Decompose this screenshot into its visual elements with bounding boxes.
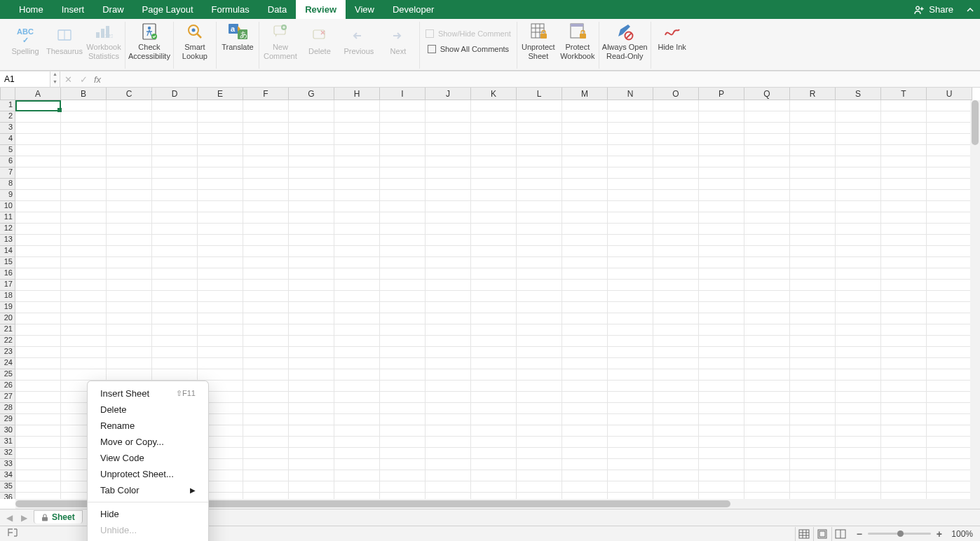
cell[interactable]	[61, 291, 107, 302]
cell[interactable]	[653, 313, 699, 324]
cell[interactable]	[653, 437, 699, 448]
cell[interactable]	[881, 392, 927, 403]
cell[interactable]	[334, 313, 380, 324]
cell[interactable]	[790, 179, 836, 190]
cell[interactable]	[380, 302, 426, 313]
cell[interactable]	[61, 246, 107, 257]
cell[interactable]	[608, 291, 653, 302]
cell[interactable]	[790, 414, 836, 425]
row-header[interactable]: 18	[0, 291, 15, 302]
cell[interactable]	[471, 313, 517, 324]
cell[interactable]	[198, 134, 243, 145]
cell[interactable]	[152, 145, 198, 156]
cell[interactable]	[426, 403, 471, 414]
cell[interactable]	[836, 111, 881, 123]
cell[interactable]	[608, 123, 653, 134]
cell[interactable]	[426, 369, 471, 381]
cell[interactable]	[198, 358, 243, 369]
cell[interactable]	[517, 167, 562, 179]
column-header[interactable]: Q	[744, 88, 790, 100]
cell[interactable]	[426, 280, 471, 291]
cell[interactable]	[243, 425, 289, 437]
cell[interactable]	[836, 268, 881, 280]
cell[interactable]	[744, 291, 790, 302]
cell[interactable]	[927, 358, 972, 369]
cell[interactable]	[471, 437, 517, 448]
cell[interactable]	[471, 167, 517, 179]
cell[interactable]	[653, 190, 699, 201]
cell[interactable]	[380, 459, 426, 470]
cell[interactable]	[243, 470, 289, 481]
cell[interactable]	[380, 493, 426, 499]
cell[interactable]	[744, 358, 790, 369]
cell[interactable]	[744, 167, 790, 179]
cell[interactable]	[562, 291, 608, 302]
cell[interactable]	[836, 358, 881, 369]
row-header[interactable]: 7	[0, 167, 15, 179]
cell[interactable]	[289, 291, 334, 302]
cell[interactable]	[881, 111, 927, 123]
cell[interactable]	[152, 123, 198, 134]
cell[interactable]	[380, 414, 426, 425]
cell[interactable]	[699, 224, 744, 235]
cell[interactable]	[289, 414, 334, 425]
zoom-in-button[interactable]: +	[937, 528, 942, 540]
cell[interactable]	[881, 167, 927, 179]
column-header[interactable]: D	[152, 88, 198, 100]
cell[interactable]	[15, 235, 61, 246]
cell[interactable]	[608, 392, 653, 403]
tab-developer[interactable]: Developer	[383, 0, 443, 19]
cell[interactable]	[699, 212, 744, 224]
cell[interactable]	[61, 190, 107, 201]
cell[interactable]	[15, 123, 61, 134]
cell[interactable]	[334, 437, 380, 448]
cell[interactable]	[334, 302, 380, 313]
cell[interactable]	[380, 111, 426, 123]
cell[interactable]	[653, 358, 699, 369]
cell[interactable]	[426, 291, 471, 302]
cell[interactable]	[608, 280, 653, 291]
cell[interactable]	[699, 403, 744, 414]
cell[interactable]	[927, 437, 972, 448]
cell[interactable]	[744, 156, 790, 167]
cell[interactable]	[471, 448, 517, 459]
cell[interactable]	[927, 156, 972, 167]
cell[interactable]	[881, 257, 927, 268]
cell[interactable]	[608, 437, 653, 448]
cell[interactable]	[61, 212, 107, 224]
ctx-move-copy[interactable]: Move or Copy...	[88, 434, 208, 450]
ctx-delete[interactable]: Delete	[88, 402, 208, 418]
cell[interactable]	[334, 167, 380, 179]
cell[interactable]	[289, 459, 334, 470]
cell[interactable]	[243, 224, 289, 235]
cell[interactable]	[836, 190, 881, 201]
spelling-button[interactable]: ABC✓ Spelling	[7, 22, 43, 60]
cell[interactable]	[15, 414, 61, 425]
cell[interactable]	[289, 493, 334, 499]
cell[interactable]	[334, 134, 380, 145]
cell[interactable]	[881, 280, 927, 291]
cell[interactable]	[836, 381, 881, 392]
cell[interactable]	[426, 190, 471, 201]
cell[interactable]	[744, 212, 790, 224]
column-header[interactable]: H	[334, 88, 380, 100]
cell[interactable]	[380, 347, 426, 358]
cell[interactable]	[517, 448, 562, 459]
cell[interactable]	[653, 403, 699, 414]
cell[interactable]	[198, 167, 243, 179]
cell[interactable]	[744, 179, 790, 190]
column-header[interactable]: I	[380, 88, 426, 100]
row-header[interactable]: 25	[0, 369, 15, 381]
cell[interactable]	[107, 246, 152, 257]
cell[interactable]	[380, 268, 426, 280]
cell[interactable]	[380, 481, 426, 493]
cell[interactable]	[380, 167, 426, 179]
cell[interactable]	[653, 493, 699, 499]
cell[interactable]	[836, 403, 881, 414]
cell[interactable]	[15, 493, 61, 499]
cell[interactable]	[790, 156, 836, 167]
cell[interactable]	[836, 481, 881, 493]
cell[interactable]	[562, 381, 608, 392]
cell[interactable]	[471, 156, 517, 167]
cell[interactable]	[426, 156, 471, 167]
